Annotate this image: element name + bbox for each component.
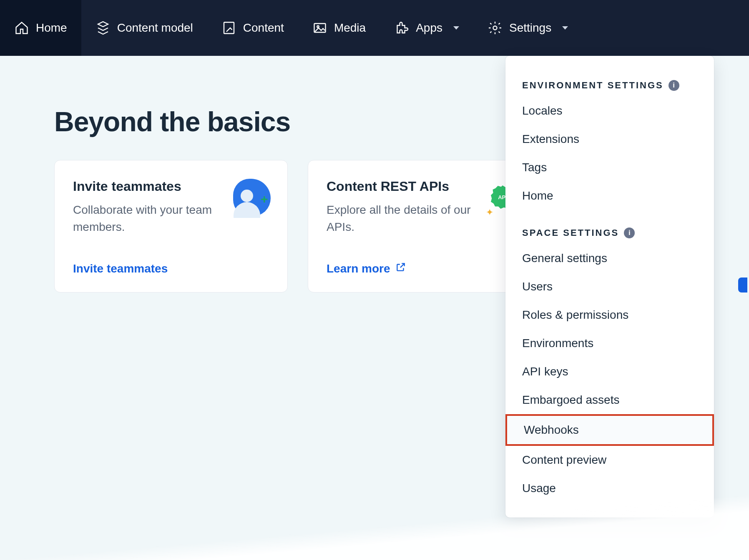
nav-settings[interactable]: Settings	[473, 0, 582, 56]
nav-label: Settings	[509, 21, 551, 35]
nav-content-model[interactable]: Content model	[81, 0, 207, 56]
invite-teammates-link[interactable]: Invite teammates	[73, 262, 269, 275]
menu-item-webhooks[interactable]: Webhooks	[505, 414, 714, 446]
info-icon[interactable]: i	[624, 228, 635, 238]
page-content: Beyond the basics Invite teammates Colla…	[0, 56, 749, 292]
menu-item-environments[interactable]: Environments	[505, 329, 714, 358]
gear-icon	[488, 20, 503, 35]
top-nav: Home Content model Content Media Apps Se…	[0, 0, 749, 56]
menu-item-home[interactable]: Home	[505, 182, 714, 210]
settings-dropdown: ENVIRONMENT SETTINGS i Locales Extension…	[505, 56, 714, 518]
boxes-icon	[96, 20, 111, 35]
menu-item-general-settings[interactable]: General settings	[505, 244, 714, 272]
menu-item-embargoed-assets[interactable]: Embargoed assets	[505, 386, 714, 414]
link-label: Learn more	[327, 262, 390, 275]
nav-apps[interactable]: Apps	[380, 0, 473, 56]
nav-label: Apps	[416, 21, 442, 35]
card-description: Explore all the details of our APIs.	[327, 202, 473, 235]
svg-rect-0	[224, 22, 234, 34]
puzzle-icon	[394, 20, 409, 35]
sparkle-icon: ✦	[486, 207, 493, 218]
pen-paper-icon	[221, 20, 236, 35]
invite-illustration: +	[229, 179, 269, 219]
card-invite-teammates: Invite teammates Collaborate with your t…	[54, 160, 288, 292]
nav-home[interactable]: Home	[0, 0, 81, 56]
nav-label: Content model	[117, 21, 193, 35]
menu-item-tags[interactable]: Tags	[505, 153, 714, 182]
menu-item-content-preview[interactable]: Content preview	[505, 446, 714, 474]
section-title: ENVIRONMENT SETTINGS	[522, 80, 664, 91]
nav-label: Content	[243, 21, 284, 35]
nav-media[interactable]: Media	[298, 0, 380, 56]
section-title: SPACE SETTINGS	[522, 228, 619, 238]
card-title: Content REST APIs	[327, 179, 473, 194]
menu-item-api-keys[interactable]: API keys	[505, 358, 714, 386]
nav-label: Home	[36, 21, 67, 35]
panel-section-header: SPACE SETTINGS i	[505, 218, 714, 244]
nav-content[interactable]: Content	[207, 0, 298, 56]
learn-more-link[interactable]: Learn more	[327, 262, 523, 275]
nav-label: Media	[334, 21, 366, 35]
menu-item-extensions[interactable]: Extensions	[505, 125, 714, 153]
info-icon[interactable]: i	[669, 80, 679, 91]
home-icon	[14, 20, 29, 35]
link-label: Invite teammates	[73, 262, 168, 275]
chevron-down-icon	[453, 26, 459, 30]
menu-item-locales[interactable]: Locales	[505, 97, 714, 125]
menu-item-usage[interactable]: Usage	[505, 474, 714, 502]
menu-item-roles-permissions[interactable]: Roles & permissions	[505, 301, 714, 329]
external-link-icon	[395, 262, 406, 275]
card-title: Invite teammates	[73, 179, 219, 194]
menu-item-users[interactable]: Users	[505, 272, 714, 301]
chevron-down-icon	[562, 26, 568, 30]
partial-card-icon	[738, 278, 747, 292]
panel-section-header: ENVIRONMENT SETTINGS i	[505, 71, 714, 97]
svg-point-3	[493, 26, 497, 30]
card-description: Collaborate with your team members.	[73, 202, 219, 235]
plus-icon: +	[261, 192, 270, 201]
image-icon	[312, 20, 327, 35]
